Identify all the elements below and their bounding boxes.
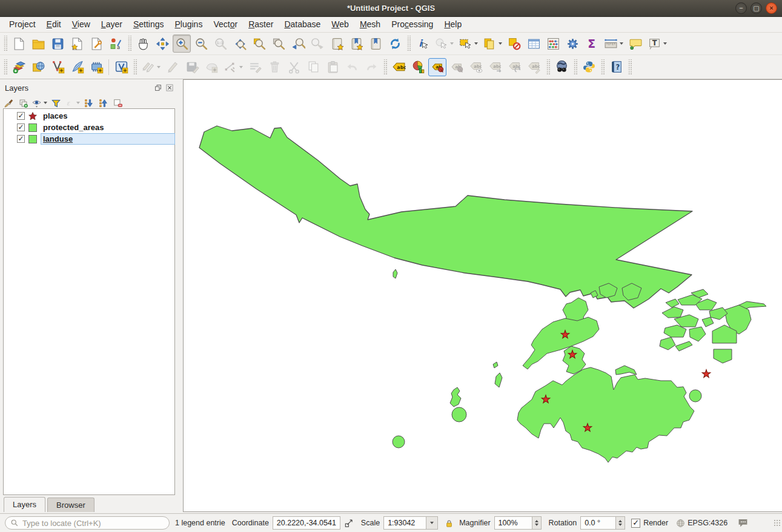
- layer-checkbox[interactable]: ✓: [17, 123, 25, 131]
- highlight-pinned-labels-button[interactable]: [428, 58, 446, 76]
- resize-grip[interactable]: [774, 519, 781, 527]
- filter-legend-button[interactable]: [49, 96, 62, 110]
- vertex-tool-button[interactable]: [222, 58, 245, 76]
- extents-icon[interactable]: [344, 518, 354, 528]
- new-shapefile-layer-button[interactable]: [48, 58, 67, 76]
- deselect-features-button[interactable]: [505, 34, 523, 53]
- menu-processing[interactable]: Processing: [386, 17, 439, 32]
- toolbar-grip[interactable]: [127, 36, 131, 51]
- new-virtual-layer-button[interactable]: [112, 58, 130, 76]
- undo-button[interactable]: [343, 58, 361, 76]
- layer-name[interactable]: protected_areas: [41, 122, 174, 133]
- save-project-button[interactable]: [48, 34, 67, 53]
- filter-by-expression-button[interactable]: [64, 96, 81, 110]
- menu-layer[interactable]: Layer: [96, 17, 128, 32]
- cut-features-button[interactable]: [285, 58, 303, 76]
- map-tips-button[interactable]: [626, 34, 644, 53]
- toolbar-grip[interactable]: [573, 59, 577, 75]
- dropdown-arrow-icon[interactable]: [663, 42, 667, 45]
- show-layout-manager-button[interactable]: [87, 34, 105, 53]
- layer-diagram-options-button[interactable]: [409, 58, 427, 76]
- dropdown-arrow-icon[interactable]: [474, 42, 478, 45]
- render-checkbox[interactable]: ✓: [631, 519, 640, 528]
- collapse-all-button[interactable]: [96, 96, 110, 110]
- select-features-by-value-button[interactable]: [481, 34, 504, 53]
- show-spatial-bookmarks-button[interactable]: [347, 34, 365, 53]
- help-contents-button[interactable]: [607, 58, 625, 76]
- locate-search-input[interactable]: Type to locate (Ctrl+K): [5, 516, 170, 530]
- pin-unpin-labels-button[interactable]: [448, 58, 466, 76]
- text-annotation-button[interactable]: [646, 34, 669, 53]
- dropdown-arrow-icon[interactable]: [239, 66, 243, 68]
- toolbar-grip[interactable]: [628, 59, 632, 75]
- dropdown-arrow-icon[interactable]: [499, 42, 502, 45]
- menu-web[interactable]: Web: [326, 17, 354, 32]
- menu-plugins[interactable]: Plugins: [169, 17, 208, 32]
- float-panel-button[interactable]: [154, 84, 162, 92]
- map-canvas[interactable]: [183, 79, 782, 512]
- open-project-button[interactable]: [29, 34, 47, 53]
- tab-layers[interactable]: Layers: [4, 497, 45, 512]
- dropdown-arrow-icon[interactable]: [450, 42, 454, 45]
- modify-attributes-button[interactable]: [246, 58, 264, 76]
- menu-vector[interactable]: Vector: [208, 17, 243, 32]
- expand-all-button[interactable]: [82, 96, 95, 110]
- lock-scale-icon[interactable]: [444, 518, 454, 528]
- toolbar-grip[interactable]: [383, 59, 387, 75]
- run-feature-action-button[interactable]: [432, 34, 456, 53]
- layer-item-landuse[interactable]: ✓landuse: [4, 133, 174, 145]
- rotation-spin-buttons[interactable]: [615, 516, 625, 530]
- dropdown-arrow-icon[interactable]: [44, 102, 47, 104]
- rotate-label-button[interactable]: [506, 58, 524, 76]
- dropdown-arrow-icon[interactable]: [157, 66, 161, 68]
- menu-project[interactable]: Project: [4, 17, 41, 32]
- zoom-last-button[interactable]: [289, 34, 307, 53]
- identify-features-button[interactable]: [413, 34, 431, 53]
- add-vector-layer-button[interactable]: [29, 58, 47, 76]
- new-project-button[interactable]: [10, 34, 28, 53]
- zoom-next-button[interactable]: [308, 34, 326, 53]
- field-calculator-button[interactable]: [544, 34, 562, 53]
- new-spatialite-layer-button[interactable]: [87, 58, 105, 76]
- menu-database[interactable]: Database: [279, 17, 326, 32]
- show-hide-labels-button[interactable]: [467, 58, 485, 76]
- toolbar-grip[interactable]: [546, 59, 550, 75]
- dropdown-arrow-icon[interactable]: [76, 102, 80, 104]
- zoom-full-button[interactable]: [231, 34, 249, 53]
- delete-selected-button[interactable]: [265, 58, 283, 76]
- zoom-native-button[interactable]: [211, 34, 230, 53]
- add-polygon-feature-button[interactable]: [202, 58, 220, 76]
- new-geopackage-layer-button[interactable]: [68, 58, 86, 76]
- pan-map-button[interactable]: [134, 34, 152, 53]
- toolbar-grip[interactable]: [600, 59, 605, 75]
- layer-labeling-options-button[interactable]: [389, 58, 408, 76]
- move-label-button[interactable]: [486, 58, 505, 76]
- statistical-summary-button[interactable]: [583, 34, 601, 53]
- paste-features-button[interactable]: [323, 58, 342, 76]
- open-layer-styling-button[interactable]: [2, 96, 15, 110]
- new-spatial-bookmark-button[interactable]: [328, 34, 346, 53]
- style-manager-button[interactable]: [107, 34, 125, 53]
- toolbar-grip[interactable]: [3, 59, 7, 75]
- open-attribute-table-button[interactable]: [525, 34, 543, 53]
- toolbar-grip[interactable]: [406, 36, 411, 51]
- minimize-button[interactable]: −: [735, 2, 747, 14]
- zoom-to-selection-button[interactable]: [250, 34, 268, 53]
- rotation-spinner[interactable]: 0.0 °: [580, 516, 625, 530]
- tab-browser[interactable]: Browser: [47, 498, 94, 512]
- layer-checkbox[interactable]: ✓: [17, 135, 25, 143]
- magnifier-spinner[interactable]: 100%: [494, 516, 542, 530]
- toolbar-grip[interactable]: [133, 59, 137, 75]
- select-features-button[interactable]: [457, 34, 480, 53]
- maximize-button[interactable]: ▢: [751, 2, 762, 14]
- panel-splitter[interactable]: [177, 79, 183, 513]
- show-bookmark-manager-button[interactable]: [366, 34, 385, 53]
- toggle-editing-button[interactable]: [164, 58, 182, 76]
- zoom-to-layer-button[interactable]: [270, 34, 288, 53]
- redo-button[interactable]: [362, 58, 380, 76]
- layer-name[interactable]: landuse: [41, 134, 174, 144]
- current-edits-button[interactable]: [139, 58, 162, 76]
- layer-name[interactable]: places: [41, 111, 174, 121]
- manage-map-themes-button[interactable]: [31, 96, 48, 110]
- close-button[interactable]: ×: [766, 2, 777, 14]
